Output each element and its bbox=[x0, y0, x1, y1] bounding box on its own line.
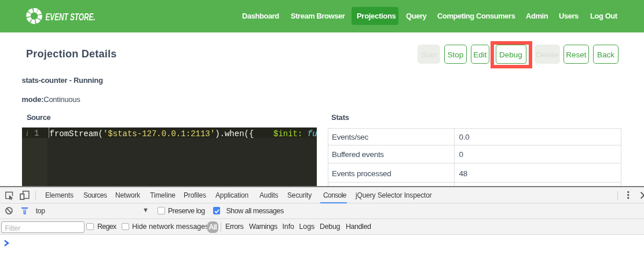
svg-text:EVENT STORE.: EVENT STORE. bbox=[46, 12, 96, 22]
